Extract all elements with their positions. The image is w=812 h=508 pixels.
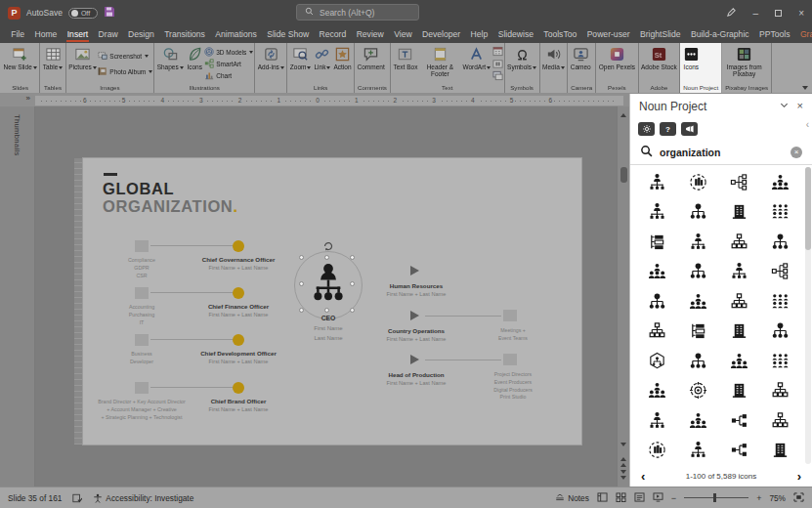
officer-name[interactable]: First Name + Last Name	[353, 291, 480, 297]
scroll-thumb[interactable]	[620, 167, 627, 183]
autosave-toggle[interactable]: Off	[68, 8, 98, 19]
noun-icon-circle-tree[interactable]	[677, 346, 718, 376]
help-button[interactable]: ?	[660, 122, 676, 136]
menu-tab-file[interactable]: File	[6, 25, 29, 43]
selection-handle[interactable]	[299, 308, 304, 313]
ribbon-button-add-ins[interactable]: Add-ins	[256, 44, 285, 83]
officer-title[interactable]: Chief Governance Officer	[180, 256, 297, 263]
noun-icon-person-divisions[interactable]	[718, 257, 759, 287]
menu-tab-review[interactable]: Review	[351, 25, 389, 43]
panel-scroll-thumb[interactable]	[805, 167, 811, 250]
menu-tab-design[interactable]: Design	[123, 25, 159, 43]
slide-show-button[interactable]	[653, 492, 663, 504]
slide-title-line1[interactable]: GLOBAL	[103, 180, 174, 198]
minimize-button[interactable]: –	[753, 8, 759, 19]
noun-icon-team-outline[interactable]	[636, 257, 677, 287]
noun-icon-department-list[interactable]	[636, 227, 677, 257]
zoom-slider[interactable]	[684, 497, 748, 498]
org-chart-ceo-icon[interactable]	[306, 260, 351, 307]
ribbon-button-header-footer[interactable]: Header & Footer	[419, 44, 461, 83]
menu-tab-graphics-format[interactable]: Graphics Format	[795, 25, 812, 43]
noun-icon-people-network[interactable]	[759, 286, 800, 317]
noun-icon-hexagon-org[interactable]	[636, 346, 677, 376]
role-marker-triangle[interactable]	[410, 266, 419, 275]
noun-icon-unit-boxes[interactable]	[636, 317, 677, 347]
ceo-first-name[interactable]: First Name	[289, 325, 367, 331]
ribbon-button-pictures[interactable]: Pictures	[67, 44, 98, 83]
officer-title[interactable]: Country Operations	[353, 327, 480, 334]
ribbon-button-table[interactable]: Table	[41, 44, 64, 83]
noun-icon-staff-group[interactable]	[759, 197, 800, 228]
spellcheck-icon[interactable]	[72, 493, 82, 503]
ribbon-button-wordart[interactable]: WordArt	[461, 44, 492, 83]
officer-title[interactable]: Head of Production	[353, 371, 480, 378]
noun-icon-person-podium[interactable]	[636, 405, 677, 436]
menu-tab-home[interactable]: Home	[29, 25, 62, 43]
ribbon-button-images-from-pixabay[interactable]: Images from Pixabay	[723, 44, 765, 83]
team-labels[interactable]: Project DirectorsEvent ProducersDigital …	[482, 371, 544, 402]
noun-icon-org-bars[interactable]	[718, 317, 759, 347]
selection-handle[interactable]	[350, 255, 355, 260]
noun-icon-branch-tree[interactable]	[759, 405, 800, 436]
noun-icon-team-exchange[interactable]	[759, 346, 800, 376]
ribbon-button-media[interactable]: Media	[541, 44, 567, 83]
menu-tab-record[interactable]: Record	[314, 25, 351, 43]
menu-tab-power-user[interactable]: Power-user	[581, 25, 634, 43]
menu-tab-toolstoo[interactable]: ToolsToo	[538, 25, 581, 43]
notes-button[interactable]: Notes	[555, 493, 589, 503]
selection-handle[interactable]	[350, 308, 355, 313]
ribbon-button-icons[interactable]: Icons	[681, 44, 701, 83]
search-field[interactable]: organization ×	[630, 140, 812, 165]
slide-sorter-view-button[interactable]	[616, 492, 626, 504]
officer-title[interactable]: Human Resources	[353, 282, 480, 289]
previous-page-chevron[interactable]: ‹	[641, 470, 645, 483]
selection-handle[interactable]	[350, 281, 355, 286]
normal-view-button[interactable]	[597, 492, 608, 504]
noun-icon-block-chart[interactable]	[759, 376, 800, 406]
ribbon-button-symbols[interactable]: Symbols	[506, 44, 538, 83]
zoom-slider-thumb[interactable]	[713, 493, 716, 502]
noun-icon-corporate-building[interactable]	[718, 197, 759, 228]
reading-view-button[interactable]	[634, 492, 645, 504]
menu-tab-pptools[interactable]: PPTools	[754, 25, 795, 43]
selection-handle[interactable]	[299, 255, 304, 260]
scroll-down-arrow[interactable]	[620, 443, 626, 449]
role-marker-triangle[interactable]	[410, 355, 419, 364]
panel-scrollbar[interactable]	[805, 167, 811, 464]
noun-icon-list-horizontal[interactable]	[759, 257, 800, 287]
team-box[interactable]	[503, 354, 517, 365]
team-labels[interactable]: Meetings +Event Teams	[482, 327, 544, 343]
ribbon-button-comment[interactable]: Comment	[356, 44, 386, 83]
ribbon-button-3d-models[interactable]: 3D Models	[204, 47, 253, 57]
noun-icon-target-org[interactable]	[677, 376, 718, 406]
ribbon-button-smartart[interactable]: SmartArt	[204, 59, 253, 68]
officer-name[interactable]: First Name + Last Name	[353, 380, 480, 386]
panel-close-icon[interactable]: ×	[797, 101, 803, 111]
ribbon-button-zoom[interactable]: Zoom	[288, 44, 313, 83]
vertical-scrollbar[interactable]	[617, 106, 629, 487]
menu-tab-insert[interactable]: Insert	[63, 25, 94, 43]
noun-icon-growth-team[interactable]	[636, 376, 677, 406]
noun-icon-hq-building[interactable]	[759, 436, 800, 466]
noun-icon-server-list[interactable]	[677, 317, 718, 347]
slide-canvas[interactable]: GLOBALORGANIZATION.ComplianceGDPRCSRChie…	[83, 158, 581, 444]
ribbon-button-text-box[interactable]: Text Box	[392, 44, 419, 83]
zoom-in-button[interactable]: +	[756, 493, 761, 503]
clear-search-button[interactable]: ×	[791, 147, 802, 158]
settings-gear-button[interactable]	[638, 122, 655, 136]
menu-tab-draw[interactable]: Draw	[93, 25, 122, 43]
noun-icon-org-boxes[interactable]	[718, 227, 759, 257]
noun-icon-ring-org[interactable]	[636, 436, 677, 466]
menu-tab-help[interactable]: Help	[465, 25, 492, 43]
search-box[interactable]: Search (Alt+Q)	[296, 4, 419, 21]
date-time-icon[interactable]	[492, 46, 503, 57]
menu-tab-view[interactable]: View	[389, 25, 417, 43]
maximize-button[interactable]	[775, 10, 782, 17]
next-page-chevron[interactable]: ›	[797, 470, 801, 483]
noun-icon-team-hierarchy[interactable]	[677, 286, 718, 317]
feedback-megaphone-button[interactable]	[681, 122, 698, 136]
noun-icon-dot-network[interactable]	[677, 257, 718, 287]
ceo-role-label[interactable]: CEO	[289, 315, 367, 321]
noun-icon-mini-nodes[interactable]	[759, 317, 800, 347]
noun-icon-team-pyramid[interactable]	[759, 167, 800, 197]
